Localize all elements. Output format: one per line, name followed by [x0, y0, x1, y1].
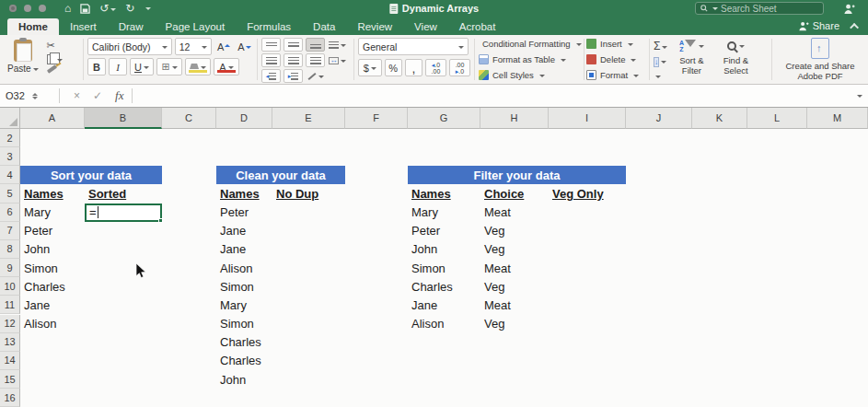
increase-indent-button[interactable]: ▸	[284, 69, 303, 83]
row-header-11[interactable]: 11	[0, 296, 20, 314]
search-input[interactable]: Search Sheet	[695, 2, 824, 15]
sort-filter-button[interactable]: AZ Sort &Filter	[671, 38, 712, 81]
cell-G12[interactable]: Alison	[408, 315, 480, 333]
row-header-3[interactable]: 3	[0, 147, 20, 166]
column-header-D[interactable]: D	[216, 108, 272, 129]
tab-formulas[interactable]: Formulas	[236, 18, 302, 35]
font-color-button[interactable]: A	[214, 58, 239, 76]
merge-center-button[interactable]: ↔	[328, 53, 347, 67]
fill-color-button[interactable]	[185, 58, 211, 76]
row-header-5[interactable]: 5	[0, 184, 20, 203]
cell-D15[interactable]: John	[216, 370, 272, 389]
comma-format-button[interactable]: ,	[405, 59, 422, 76]
column-header-E[interactable]: E	[272, 108, 345, 129]
find-select-button[interactable]: Find &Select	[715, 38, 756, 81]
column-header-G[interactable]: G	[408, 108, 480, 129]
confirm-entry-icon[interactable]: ✓	[93, 89, 102, 102]
column-header-L[interactable]: L	[747, 108, 807, 129]
row-header-9[interactable]: 9	[0, 259, 20, 277]
align-bottom-button[interactable]	[306, 38, 325, 52]
row-header-10[interactable]: 10	[0, 277, 20, 296]
row-header-16[interactable]: 16	[0, 389, 20, 407]
increase-font-size-button[interactable]: A	[214, 38, 232, 55]
tab-acrobat[interactable]: Acrobat	[448, 18, 507, 35]
wrap-text-caret[interactable]	[341, 44, 346, 50]
row-header-15[interactable]: 15	[0, 370, 20, 389]
cell-A5[interactable]: Names	[20, 184, 85, 203]
adobe-pdf-icon[interactable]	[811, 38, 829, 59]
format-painter-icon[interactable]	[46, 64, 56, 74]
search-scope-caret[interactable]	[712, 7, 718, 13]
cell-E5[interactable]: No Dup	[272, 184, 345, 203]
cell-H10[interactable]: Veg	[480, 277, 549, 296]
cell-A11[interactable]: Jane	[20, 296, 85, 314]
clear-button[interactable]	[654, 69, 667, 82]
row-header-12[interactable]: 12	[0, 315, 20, 333]
tab-review[interactable]: Review	[346, 18, 403, 35]
tab-draw[interactable]: Draw	[108, 18, 155, 35]
column-header-F[interactable]: F	[345, 108, 408, 129]
row-header-14[interactable]: 14	[0, 352, 20, 370]
minimize-window-button[interactable]	[24, 5, 31, 12]
cell-H5[interactable]: Choice	[480, 184, 549, 203]
cell-G7[interactable]: Peter	[408, 222, 480, 240]
cell-D12[interactable]: Simon	[216, 315, 272, 333]
expand-formula-bar-caret[interactable]	[857, 95, 862, 100]
bold-button[interactable]: B	[87, 58, 106, 76]
tab-home[interactable]: Home	[7, 18, 59, 35]
tab-insert[interactable]: Insert	[59, 18, 108, 35]
align-top-button[interactable]	[261, 38, 281, 52]
insert-cells-button[interactable]: Insert	[586, 39, 647, 49]
cell-A6[interactable]: Mary	[20, 204, 85, 222]
cell-D5[interactable]: Names	[216, 184, 272, 203]
align-left-button[interactable]	[261, 53, 281, 67]
cell-H9[interactable]: Meat	[480, 259, 549, 277]
delete-cells-button[interactable]: Delete	[586, 54, 647, 64]
tab-data[interactable]: Data	[302, 18, 346, 35]
column-header-M[interactable]: M	[807, 108, 868, 129]
cell-A12[interactable]: Alison	[20, 315, 85, 333]
undo-dropdown-caret[interactable]	[110, 8, 116, 14]
row-header-2[interactable]: 2	[0, 129, 20, 147]
row-header-7[interactable]: 7	[0, 222, 20, 240]
conditional-formatting-button[interactable]: Conditional Formatting	[479, 39, 580, 49]
tab-view[interactable]: View	[403, 18, 448, 35]
column-header-H[interactable]: H	[480, 108, 549, 129]
column-header-C[interactable]: C	[162, 108, 216, 129]
cell-D9[interactable]: Alison	[216, 259, 272, 277]
cell-G6[interactable]: Mary	[408, 204, 480, 222]
close-window-button[interactable]	[9, 5, 17, 12]
customize-toolbar-caret[interactable]	[145, 7, 151, 13]
undo-button[interactable]: ↺	[99, 2, 116, 15]
font-size-select[interactable]: 12	[175, 38, 213, 55]
paste-dropdown-caret[interactable]	[33, 68, 39, 74]
save-icon[interactable]	[80, 4, 90, 14]
number-format-select[interactable]: General	[358, 38, 469, 55]
borders-button[interactable]: ⊞	[156, 58, 182, 76]
cancel-entry-icon[interactable]: ×	[74, 89, 80, 102]
column-header-A[interactable]: A	[20, 108, 85, 129]
align-center-button[interactable]	[284, 53, 303, 67]
cell-A8[interactable]: John	[20, 240, 85, 259]
cell-A7[interactable]: Peter	[20, 222, 85, 240]
cut-icon[interactable]: ✂	[47, 40, 63, 52]
decrease-decimal-button[interactable]: .00▸.0	[449, 59, 470, 76]
column-header-J[interactable]: J	[626, 108, 692, 129]
cell-A10[interactable]: Charles	[20, 277, 85, 296]
tab-page-layout[interactable]: Page Layout	[155, 18, 237, 35]
redo-icon[interactable]: ↻	[125, 3, 134, 14]
adobe-pdf-button[interactable]: Create and ShareAdobe PDF	[786, 61, 855, 81]
underline-caret[interactable]	[144, 66, 149, 72]
format-as-table-button[interactable]: Format as Table	[479, 54, 580, 64]
cell-styles-button[interactable]: Cell Styles	[479, 70, 580, 80]
share-button[interactable]: Share	[798, 20, 839, 31]
cell-I5[interactable]: Veg Only	[549, 184, 626, 203]
autosum-button[interactable]: Σ	[654, 40, 667, 52]
cell-B5[interactable]: Sorted	[85, 184, 162, 203]
align-right-button[interactable]	[306, 53, 325, 67]
font-name-select[interactable]: Calibri (Body)	[87, 38, 172, 55]
cell-G5[interactable]: Names	[408, 184, 480, 203]
cell-D14[interactable]: Charles	[216, 352, 272, 370]
row-header-6[interactable]: 6	[0, 204, 20, 222]
fill-color-caret[interactable]	[201, 66, 206, 72]
